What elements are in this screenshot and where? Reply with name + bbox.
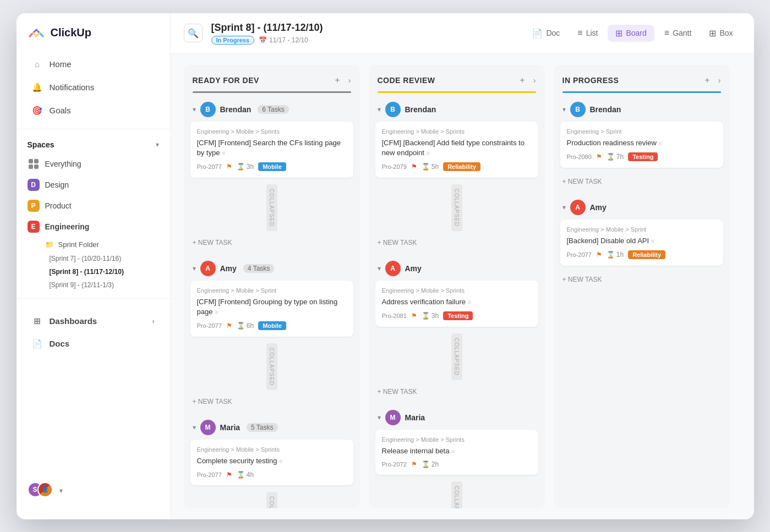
add-task-icon[interactable]: + bbox=[701, 74, 714, 87]
task-card[interactable]: Engineering > Mobile > Sprints Release i… bbox=[375, 430, 538, 475]
flag-icon: ⚑ bbox=[226, 322, 232, 330]
task-meta: Pro-2077 ⚑ ⌛6h Mobile bbox=[197, 321, 347, 330]
task-card[interactable]: Engineering > Mobile > Sprints Complete … bbox=[190, 440, 353, 485]
spaces-header[interactable]: Spaces ▾ bbox=[17, 136, 170, 153]
task-breadcrumb: Engineering > Mobile > Sprint bbox=[197, 287, 347, 294]
status-badge: In Progress bbox=[211, 36, 255, 45]
task-title: [CFM] [Frontend] Search the CFs listing … bbox=[197, 138, 347, 158]
new-task-button[interactable]: + NEW TASK bbox=[560, 174, 723, 189]
collapsed-label: COLLAPSED bbox=[269, 492, 275, 508]
assignee-name: Maria bbox=[220, 423, 241, 432]
collapse-icon: ▾ bbox=[193, 424, 196, 431]
chevron-right-icon[interactable]: › bbox=[533, 76, 536, 85]
assignee-header-amy[interactable]: ▾ A Amy 4 Tasks bbox=[190, 256, 353, 281]
assignee-header-maria[interactable]: ▾ M Maria 5 Tasks bbox=[190, 415, 353, 440]
sidebar-item-docs[interactable]: 📄 Docs bbox=[21, 333, 166, 355]
column-header-ready-for-dev: READY FOR DEV + › bbox=[184, 65, 360, 91]
assignee-header-brendan[interactable]: ▾ B Brendan 6 Tasks bbox=[190, 97, 353, 122]
task-menu-icon: ≡ bbox=[222, 150, 225, 156]
assignee-group-brendan: ▾ B Brendan Engineering > Sprint Product… bbox=[560, 97, 723, 189]
sidebar-item-notifications[interactable]: 🔔 Notifications bbox=[21, 76, 166, 98]
tab-box-label: Box bbox=[719, 29, 733, 37]
task-breadcrumb: Engineering > Mobile > Sprints bbox=[197, 446, 347, 453]
sprint-8-item[interactable]: [Sprint 8] - (11/17-12/10) bbox=[17, 265, 170, 278]
spaces-label: Spaces bbox=[28, 140, 54, 149]
task-card[interactable]: Engineering > Mobile > Sprints [CFM] [Fr… bbox=[190, 122, 353, 178]
flag-icon: ⚑ bbox=[226, 163, 232, 171]
task-menu-icon: ≡ bbox=[426, 150, 429, 156]
assignee-avatar: A bbox=[570, 200, 586, 215]
collapse-icon: ▾ bbox=[563, 204, 566, 211]
user-area[interactable]: S 👤 ▾ bbox=[17, 473, 170, 508]
task-card[interactable]: Engineering > Mobile > Sprint [Backend] … bbox=[560, 220, 723, 266]
docs-icon: 📄 bbox=[32, 338, 43, 349]
new-task-button[interactable]: + NEW TASK bbox=[560, 272, 723, 287]
new-task-button[interactable]: + NEW TASK bbox=[375, 235, 538, 250]
logo-area[interactable]: ClickUp bbox=[17, 24, 170, 53]
assignee-name: Brendan bbox=[590, 105, 621, 114]
hourglass-icon: ⌛ bbox=[237, 471, 245, 479]
tab-box[interactable]: ⊞ Box bbox=[701, 25, 740, 42]
board-icon: ⊞ bbox=[615, 28, 622, 39]
design-label: Design bbox=[45, 180, 69, 189]
hourglass-icon: ⌛ bbox=[237, 163, 245, 171]
user-avatars: S 👤 bbox=[28, 482, 55, 500]
sidebar-item-product[interactable]: P Product bbox=[17, 195, 170, 216]
tab-gantt[interactable]: ≡ Gantt bbox=[657, 25, 700, 41]
docs-label: Docs bbox=[50, 339, 70, 348]
add-task-icon[interactable]: + bbox=[516, 74, 529, 87]
new-task-button[interactable]: + NEW TASK bbox=[190, 235, 353, 250]
task-title: [Backend] Disable old API ≡ bbox=[567, 236, 717, 246]
task-card[interactable]: Engineering > Mobile > Sprints [CFM] [Ba… bbox=[375, 122, 538, 178]
view-tabs: 📄 Doc ≡ List ⊞ Board ≡ Gantt ⊞ Box bbox=[524, 25, 740, 42]
task-meta: Pro-2072 ⚑ ⌛2h bbox=[382, 460, 532, 468]
chevron-right-icon[interactable]: › bbox=[348, 76, 351, 85]
sidebar-item-dashboards[interactable]: ⊞ Dashboards › bbox=[21, 310, 166, 332]
sprint-7-item[interactable]: [Sprint 7] - (10/20-11/16) bbox=[17, 252, 170, 265]
task-card[interactable]: Engineering > Sprint Production readines… bbox=[560, 122, 723, 168]
assignee-header-maria[interactable]: ▾ M Maria bbox=[375, 405, 538, 430]
collapsed-strip-area: COLLAPSED bbox=[190, 182, 353, 233]
tab-board[interactable]: ⊞ Board bbox=[608, 25, 654, 42]
home-icon: ⌂ bbox=[32, 59, 43, 70]
design-icon: D bbox=[28, 179, 40, 191]
gantt-icon: ≡ bbox=[664, 28, 669, 38]
tab-list[interactable]: ≡ List bbox=[570, 25, 605, 41]
collapse-icon: ▾ bbox=[378, 414, 381, 421]
assignee-header-brendan[interactable]: ▾ B Brendan bbox=[560, 97, 723, 122]
collapse-icon: ▾ bbox=[193, 106, 196, 113]
sidebar-item-design[interactable]: D Design bbox=[17, 174, 170, 195]
task-meta: Pro-2077 ⚑ ⌛3h Mobile bbox=[197, 162, 347, 171]
add-task-icon[interactable]: + bbox=[331, 74, 344, 87]
divider bbox=[17, 129, 170, 129]
assignee-header-brendan[interactable]: ▾ B Brendan bbox=[375, 97, 538, 122]
assignee-header-amy[interactable]: ▾ A Amy bbox=[375, 256, 538, 281]
sprint-folder[interactable]: 📁 Sprint Folder bbox=[17, 237, 170, 252]
list-icon: ≡ bbox=[577, 28, 582, 38]
everything-label: Everything bbox=[45, 160, 81, 168]
tab-doc-label: Doc bbox=[546, 29, 560, 37]
sidebar-item-everything[interactable]: Everything bbox=[17, 153, 170, 174]
chevron-right-icon[interactable]: › bbox=[718, 76, 721, 85]
task-card[interactable]: Engineering > Mobile > Sprints Address v… bbox=[375, 281, 538, 327]
task-breadcrumb: Engineering > Sprint bbox=[567, 128, 717, 135]
tab-doc[interactable]: 📄 Doc bbox=[524, 25, 567, 42]
assignee-group-maria: ▾ M Maria Engineering > Mobile > Sprints… bbox=[375, 405, 538, 508]
product-icon: P bbox=[28, 200, 40, 212]
assignee-header-amy[interactable]: ▾ A Amy bbox=[560, 195, 723, 220]
sidebar-item-goals[interactable]: 🎯 Goals bbox=[21, 100, 166, 122]
sprint-title: [Sprint 8] - (11/17-12/10) bbox=[211, 22, 323, 34]
sidebar-item-home[interactable]: ⌂ Home bbox=[21, 53, 166, 75]
column-title: READY FOR DEV bbox=[193, 76, 259, 85]
task-card[interactable]: Engineering > Mobile > Sprint [CFM] [Fro… bbox=[190, 281, 353, 337]
search-button[interactable]: 🔍 bbox=[184, 24, 203, 42]
new-task-button[interactable]: + NEW TASK bbox=[190, 394, 353, 409]
assignee-avatar: M bbox=[385, 410, 401, 425]
assignee-group-amy: ▾ A Amy Engineering > Mobile > Sprints A… bbox=[375, 256, 538, 399]
sprint-9-item[interactable]: [Sprint 9] - (12/11-1/3) bbox=[17, 278, 170, 292]
sidebar-item-engineering[interactable]: E Engineering bbox=[17, 216, 170, 237]
new-task-button[interactable]: + NEW TASK bbox=[375, 385, 538, 399]
bell-icon: 🔔 bbox=[32, 82, 43, 93]
task-time: ⌛5h bbox=[422, 163, 439, 171]
collapse-icon: ▾ bbox=[193, 265, 196, 272]
